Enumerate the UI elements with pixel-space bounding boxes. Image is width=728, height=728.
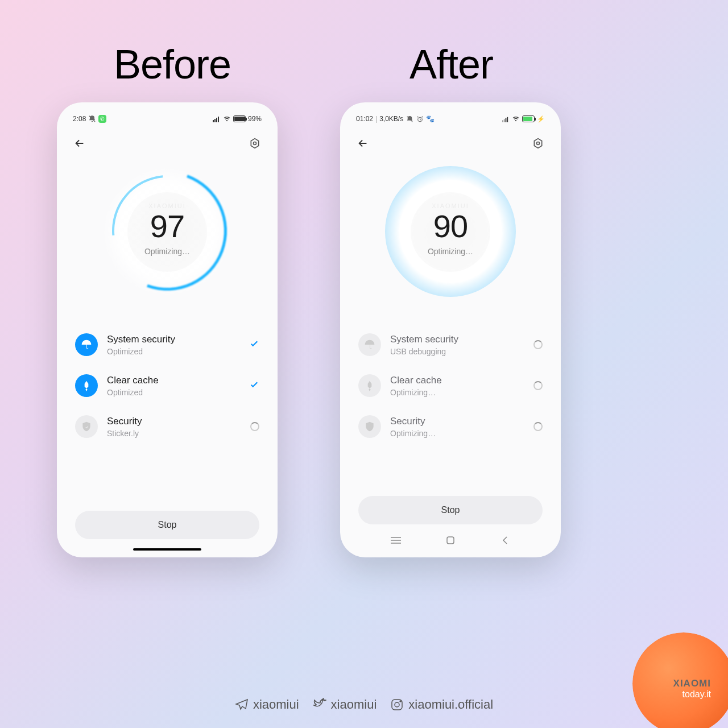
check-icon [249, 338, 259, 351]
nav-back-icon[interactable] [499, 535, 511, 546]
footer-twitter: xiaomiui [313, 697, 377, 712]
settings-button[interactable] [530, 135, 546, 151]
nav-home-icon[interactable] [445, 535, 456, 546]
umbrella-icon [358, 333, 381, 356]
loading-icon [533, 381, 543, 390]
umbrella-icon [75, 333, 98, 356]
twitter-icon [313, 698, 326, 712]
home-indicator[interactable] [133, 548, 201, 551]
whatsapp-icon: ✆ [98, 115, 106, 123]
svg-rect-4 [218, 117, 219, 122]
item-title: Security [107, 416, 250, 427]
loading-icon [533, 422, 543, 431]
svg-point-7 [254, 142, 257, 145]
svg-rect-20 [447, 537, 454, 544]
list-item[interactable]: Clear cache Optimizing… [358, 365, 543, 406]
svg-point-22 [395, 702, 399, 707]
list-item[interactable]: System security Optimized [75, 324, 259, 365]
score-value: 97 [150, 208, 184, 245]
list-item[interactable]: Security Optimizing… [358, 406, 543, 447]
svg-marker-6 [251, 139, 258, 148]
navigation-bar [340, 529, 561, 552]
wifi-icon [223, 115, 231, 123]
svg-marker-15 [534, 139, 541, 148]
wifi-icon [512, 115, 520, 123]
footer-telegram: xiaomiui [235, 697, 299, 712]
instagram-icon [390, 698, 404, 712]
optimization-list: System security USB debugging Clear cach… [351, 324, 549, 447]
status-speed: 3,0KB/s [379, 115, 403, 123]
alarm-icon [416, 115, 424, 123]
back-button[interactable] [355, 135, 371, 151]
item-title: Clear cache [107, 375, 249, 386]
nav-recents-icon[interactable] [390, 535, 402, 546]
svg-rect-2 [214, 119, 216, 122]
svg-point-14 [516, 121, 516, 121]
footer-instagram: xiaomiui.official [390, 697, 493, 712]
item-subtitle: USB debugging [390, 347, 533, 356]
shield-icon [358, 415, 381, 438]
list-item[interactable]: Clear cache Optimized [75, 365, 259, 406]
phone-after: 01:02 | 3,0KB/s 🐾 ⚡ 90 Optimizing… [340, 102, 561, 557]
signal-icon [213, 115, 221, 123]
item-title: System security [107, 334, 249, 345]
score-area: 97 Optimizing… [68, 163, 266, 311]
svg-point-16 [537, 142, 540, 145]
item-title: Clear cache [390, 375, 533, 386]
item-title: System security [390, 334, 533, 345]
heading-after: After [410, 41, 493, 88]
svg-rect-3 [216, 118, 217, 122]
telegram-icon [235, 698, 249, 712]
score-area: 90 Optimizing… [351, 163, 549, 311]
shield-icon [75, 415, 98, 438]
footer-credits: xiaomiui xiaomiui xiaomiui.official [0, 697, 728, 712]
site-badge-text: XIAOMI today.it [673, 678, 711, 700]
item-title: Security [390, 416, 533, 427]
item-subtitle: Optimized [107, 347, 249, 356]
item-subtitle: Optimized [107, 388, 249, 397]
settings-button[interactable] [247, 135, 263, 151]
dnd-icon [406, 115, 413, 123]
svg-rect-10 [502, 120, 503, 122]
item-subtitle: Optimizing… [390, 429, 533, 438]
status-bar: 2:08 ✆ 99% [68, 111, 266, 131]
loading-icon [533, 340, 543, 349]
list-item[interactable]: System security USB debugging [358, 324, 543, 365]
score-label: Optimizing… [428, 247, 473, 256]
item-subtitle: Optimizing… [390, 388, 533, 397]
svg-point-23 [400, 701, 401, 702]
app-icon: 🐾 [426, 115, 434, 123]
dnd-icon [88, 115, 96, 123]
stop-button[interactable]: Stop [358, 496, 543, 524]
back-button[interactable] [72, 135, 88, 151]
status-time: 2:08 [73, 115, 86, 123]
rocket-icon [75, 374, 98, 397]
rocket-icon [358, 374, 381, 397]
optimization-list: System security Optimized Clear cache Op… [68, 324, 266, 447]
status-time: 01:02 [356, 115, 373, 123]
score-label: Optimizing… [144, 247, 190, 256]
list-item[interactable]: Security Sticker.ly [75, 406, 259, 447]
battery-icon [522, 115, 535, 122]
svg-rect-1 [213, 120, 214, 122]
loading-icon [250, 422, 259, 431]
app-bar [351, 131, 549, 158]
status-bar: 01:02 | 3,0KB/s 🐾 ⚡ [351, 111, 549, 131]
signal-icon [502, 115, 510, 123]
charging-icon: ⚡ [537, 115, 545, 123]
item-subtitle: Sticker.ly [107, 429, 250, 438]
app-bar [68, 131, 266, 158]
svg-rect-13 [507, 117, 508, 122]
battery-icon [233, 115, 246, 122]
svg-rect-11 [503, 119, 504, 122]
phone-before: 2:08 ✆ 99% 97 Optimizing… [57, 102, 278, 557]
heading-before: Before [114, 41, 231, 88]
stop-button[interactable]: Stop [75, 511, 259, 539]
check-icon [249, 379, 259, 392]
battery-pct: 99% [248, 115, 262, 123]
score-value: 90 [433, 208, 468, 245]
svg-point-5 [226, 121, 227, 121]
svg-rect-12 [505, 118, 506, 122]
